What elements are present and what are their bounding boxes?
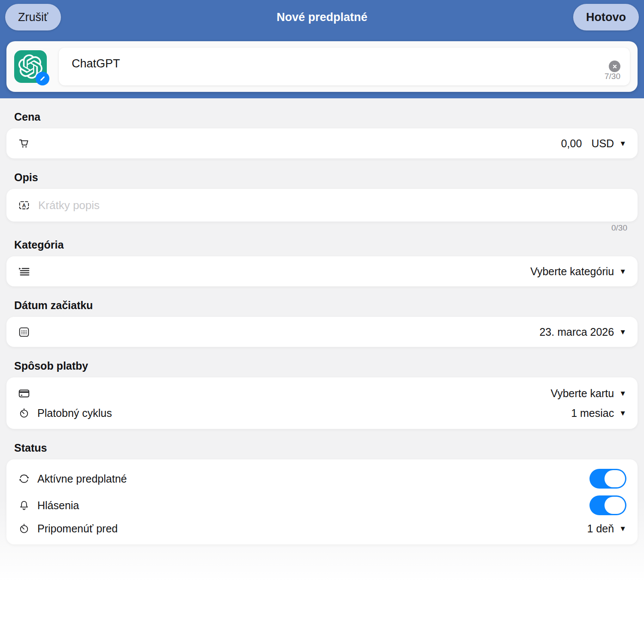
name-input[interactable] bbox=[59, 48, 630, 85]
active-subscription-label: Aktívne predplatné bbox=[37, 473, 127, 485]
description-placeholder: Krátky popis bbox=[38, 199, 100, 212]
description-char-counter: 0/30 bbox=[6, 223, 627, 233]
description-section-label: Opis bbox=[14, 171, 638, 184]
status-section-label: Status bbox=[14, 442, 638, 454]
pencil-icon bbox=[39, 75, 46, 82]
notifications-row: Hlásenia bbox=[18, 492, 626, 519]
category-row[interactable]: Vyberte kategóriu ▼ bbox=[6, 256, 638, 286]
edit-badge[interactable] bbox=[36, 72, 49, 85]
status-card: Aktívne predplatné Hlásenia bbox=[6, 459, 638, 544]
cart-icon bbox=[18, 137, 30, 150]
timer-icon bbox=[18, 522, 30, 535]
app-icon-button[interactable] bbox=[14, 50, 47, 83]
name-field-wrap: 7/30 bbox=[59, 48, 630, 85]
active-subscription-toggle[interactable] bbox=[589, 469, 626, 489]
billing-cycle-value[interactable]: 1 mesiac bbox=[571, 407, 614, 419]
sync-icon bbox=[18, 472, 30, 485]
new-subscription-sheet: Zrušiť Nové predplatné Hotovo bbox=[0, 0, 644, 644]
done-button[interactable]: Hotovo bbox=[573, 4, 639, 30]
chevron-down-icon: ▼ bbox=[619, 267, 626, 276]
svg-text:A: A bbox=[22, 203, 26, 209]
chevron-down-icon: ▼ bbox=[619, 328, 626, 337]
header-zone: Zrušiť Nové predplatné Hotovo bbox=[0, 0, 644, 98]
start-date-section-label: Dátum začiatku bbox=[14, 299, 638, 312]
timer-icon bbox=[18, 407, 30, 419]
credit-card-icon bbox=[18, 387, 30, 400]
name-char-counter: 7/30 bbox=[605, 72, 620, 81]
price-section-label: Cena bbox=[14, 111, 638, 123]
form-content: Cena 0,00 USD ▼ Opis bbox=[0, 98, 644, 644]
remind-before-value[interactable]: 1 deň bbox=[587, 522, 614, 535]
billing-cycle-label: Platobný cyklus bbox=[37, 407, 112, 419]
category-section-label: Kategória bbox=[14, 239, 638, 251]
price-value[interactable]: 0,00 bbox=[561, 137, 582, 150]
billing-cycle-row[interactable]: Platobný cyklus 1 mesiac ▼ bbox=[18, 403, 626, 423]
page-title: Nové predplatné bbox=[0, 11, 644, 24]
remind-before-label: Pripomenúť pred bbox=[37, 522, 118, 535]
description-icon: A bbox=[18, 199, 30, 212]
start-date-row[interactable]: 23. marca 2026 ▼ bbox=[6, 317, 638, 347]
notifications-label: Hlásenia bbox=[37, 499, 79, 512]
notifications-toggle[interactable] bbox=[589, 495, 626, 515]
active-subscription-row: Aktívne predplatné bbox=[18, 465, 626, 492]
currency-value[interactable]: USD bbox=[591, 137, 614, 150]
category-value[interactable]: Vyberte kategóriu bbox=[530, 265, 614, 278]
payment-section-label: Spôsob platby bbox=[14, 360, 638, 372]
remind-before-row[interactable]: Pripomenúť pred 1 deň ▼ bbox=[18, 519, 626, 538]
payment-card-row[interactable]: Vyberte kartu ▼ bbox=[18, 383, 626, 403]
chevron-down-icon: ▼ bbox=[619, 409, 626, 418]
chevron-down-icon: ▼ bbox=[619, 140, 626, 148]
price-row[interactable]: 0,00 USD ▼ bbox=[6, 128, 638, 158]
category-list-icon bbox=[18, 265, 30, 278]
chevron-down-icon: ▼ bbox=[619, 389, 626, 398]
start-date-value[interactable]: 23. marca 2026 bbox=[539, 326, 614, 338]
payment-card: Vyberte kartu ▼ Platobný cyklus 1 mesiac… bbox=[6, 377, 638, 429]
payment-card-value[interactable]: Vyberte kartu bbox=[550, 387, 614, 400]
clear-icon[interactable] bbox=[609, 61, 620, 72]
calendar-icon bbox=[18, 325, 30, 338]
bell-icon bbox=[18, 499, 30, 512]
description-row[interactable]: A Krátky popis bbox=[6, 189, 638, 222]
chevron-down-icon: ▼ bbox=[619, 525, 626, 533]
name-card: 7/30 bbox=[6, 41, 638, 92]
nav-bar: Zrušiť Nové predplatné Hotovo bbox=[0, 0, 644, 34]
cancel-button[interactable]: Zrušiť bbox=[5, 4, 61, 30]
